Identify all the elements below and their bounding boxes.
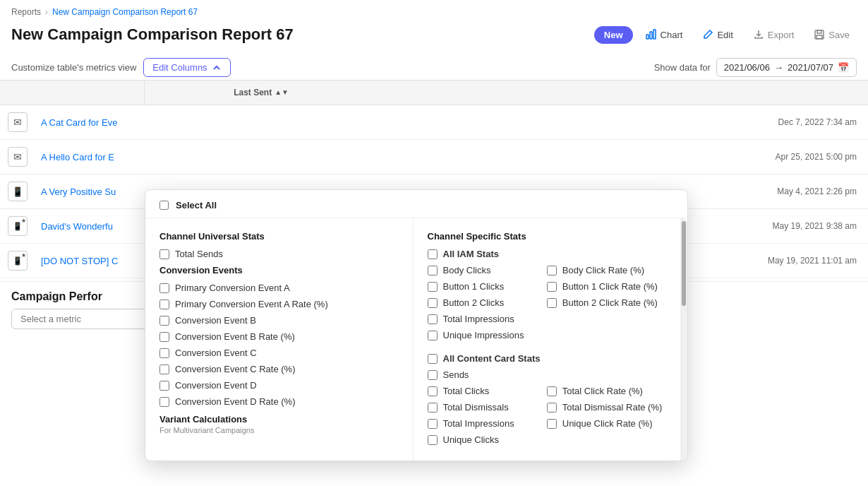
body-clicks-label: Body Clicks — [443, 265, 491, 275]
page-header: New Campaign Comparison Report 67 New Ch… — [0, 21, 868, 52]
body-click-rate-label: Body Click Rate (%) — [562, 265, 644, 275]
select-all-checkbox[interactable] — [159, 201, 169, 210]
total-impressions-iam-checkbox[interactable] — [428, 314, 438, 324]
breadcrumb-parent[interactable]: Reports — [11, 7, 41, 17]
table-row: ✉ A Hello Card for E Apr 25, 2021 5:00 p… — [0, 140, 868, 174]
btn2-click-rate-label: Button 2 Click Rate (%) — [562, 297, 658, 308]
conv-d-checkbox[interactable] — [159, 381, 169, 391]
table-area: Last Sent ▲▼ ✉ A Cat Card for Eve Dec 7,… — [0, 80, 868, 338]
sort-icon[interactable]: ▲▼ — [275, 89, 289, 96]
phone-star-icon: 📱★ — [8, 216, 28, 236]
content-card-right-col: Total Click Rate (%) Total Dismissal Rat… — [547, 386, 666, 451]
conv-d-rate-label: Conversion Event D Rate (%) — [175, 396, 296, 407]
channel-universal-stats-title: Channel Universal Stats — [159, 231, 399, 242]
primary-conv-a-rate-row: Primary Conversion Event A Rate (%) — [159, 299, 399, 309]
chevron-up-icon — [212, 63, 222, 73]
unique-click-rate-row: Unique Click Rate (%) — [547, 418, 666, 429]
primary-conv-a-row: Primary Conversion Event A — [159, 283, 399, 293]
btn2-click-rate-row: Button 2 Click Rate (%) — [547, 297, 666, 308]
unique-clicks-checkbox[interactable] — [428, 435, 438, 445]
btn1-click-rate-checkbox[interactable] — [547, 282, 557, 292]
all-iam-stats-checkbox[interactable] — [428, 249, 438, 259]
btn2-click-rate-checkbox[interactable] — [547, 298, 557, 308]
email-icon: ✉ — [8, 112, 28, 132]
conv-d-rate-checkbox[interactable] — [159, 397, 169, 407]
conv-b-row: Conversion Event B — [159, 315, 399, 326]
primary-conv-a-rate-checkbox[interactable] — [159, 300, 169, 309]
conv-c-rate-checkbox[interactable] — [159, 364, 169, 374]
total-impressions-cc-checkbox[interactable] — [428, 419, 438, 429]
dropdown-right-column: Channel Specific Stats All IAM Stats Bod… — [414, 218, 681, 461]
save-label: Save — [828, 30, 850, 40]
body-clicks-checkbox[interactable] — [428, 266, 438, 275]
dropdown-scrollbar[interactable] — [680, 218, 687, 461]
channel-specific-stats-title: Channel Specific Stats — [428, 231, 667, 242]
conv-b-rate-row: Conversion Event B Rate (%) — [159, 331, 399, 342]
edit-columns-label: Edit Columns — [152, 62, 207, 73]
conv-b-rate-checkbox[interactable] — [159, 332, 169, 342]
export-label: Export — [768, 30, 795, 40]
row-icon-cell: 📱 — [0, 174, 35, 208]
row-icon-cell: ✉ — [0, 140, 35, 174]
total-click-rate-checkbox[interactable] — [547, 386, 557, 396]
new-button[interactable]: New — [594, 26, 633, 44]
btn1-clicks-checkbox[interactable] — [428, 282, 438, 292]
total-dismissals-row: Total Dismissals — [428, 402, 547, 413]
btn2-clicks-checkbox[interactable] — [428, 298, 438, 308]
show-data-row: Show data for 2021/06/06 → 2021/07/07 📅 — [654, 58, 857, 77]
scrollbar-thumb[interactable] — [682, 221, 686, 306]
row-icon-cell: ✉ — [0, 105, 35, 139]
body-click-rate-checkbox[interactable] — [547, 266, 557, 275]
chart-label: Chart — [661, 30, 683, 40]
total-dismissal-rate-checkbox[interactable] — [547, 403, 557, 413]
row-date-cell: May 19, 2021 11:01 am — [713, 249, 868, 273]
page-title: New Campaign Comparison Report 67 — [11, 25, 294, 44]
export-button[interactable]: Export — [746, 25, 802, 44]
total-clicks-checkbox[interactable] — [428, 386, 438, 396]
svg-rect-5 — [816, 35, 822, 39]
all-content-card-label: All Content Card Stats — [443, 353, 541, 364]
breadcrumb-current: New Campaign Comparison Report 67 — [52, 7, 198, 17]
all-iam-stats-row: All IAM Stats — [428, 249, 667, 259]
unique-clicks-row: Unique Clicks — [428, 434, 547, 445]
save-icon — [814, 29, 825, 40]
sends-label: Sends — [443, 369, 469, 380]
btn1-clicks-row: Button 1 Clicks — [428, 281, 547, 292]
chart-button[interactable]: Chart — [639, 25, 690, 44]
total-dismissal-rate-label: Total Dismissal Rate (%) — [562, 402, 663, 413]
total-clicks-row: Total Clicks — [428, 386, 547, 396]
metric-select-input[interactable] — [11, 309, 152, 329]
row-date-cell: May 19, 2021 9:38 am — [713, 214, 868, 238]
customize-label: Customize table's metrics view — [11, 62, 136, 73]
primary-conv-a-rate-label: Primary Conversion Event A Rate (%) — [175, 299, 328, 309]
conv-b-rate-label: Conversion Event B Rate (%) — [175, 331, 295, 342]
row-name-cell[interactable]: A Hello Card for E — [35, 145, 713, 170]
row-name-cell[interactable]: A Cat Card for Eve — [35, 110, 713, 135]
conv-b-label: Conversion Event B — [175, 315, 256, 326]
row-date-cell: Apr 25, 2021 5:00 pm — [713, 145, 868, 169]
conv-d-rate-row: Conversion Event D Rate (%) — [159, 396, 399, 407]
select-all-label: Select All — [176, 200, 217, 211]
save-button[interactable]: Save — [807, 25, 857, 44]
row-icon-cell: 📱★ — [0, 209, 35, 243]
edit-columns-button[interactable]: Edit Columns — [143, 58, 230, 77]
all-iam-stats-label: All IAM Stats — [443, 249, 499, 259]
unique-impressions-checkbox[interactable] — [428, 331, 438, 340]
conv-d-label: Conversion Event D — [175, 380, 257, 391]
iam-right-col: Body Click Rate (%) Button 1 Click Rate … — [547, 265, 666, 346]
primary-conv-a-checkbox[interactable] — [159, 283, 169, 293]
total-dismissals-checkbox[interactable] — [428, 403, 438, 413]
sends-checkbox[interactable] — [428, 370, 438, 380]
content-card-stats-columns: Total Clicks Total Dismissals Total Impr… — [428, 386, 667, 451]
conv-c-checkbox[interactable] — [159, 348, 169, 358]
total-dismissals-label: Total Dismissals — [443, 402, 509, 413]
edit-button[interactable]: Edit — [695, 25, 740, 44]
all-content-card-checkbox[interactable] — [428, 354, 438, 364]
conv-b-checkbox[interactable] — [159, 316, 169, 326]
total-sends-checkbox[interactable] — [159, 249, 169, 259]
date-range[interactable]: 2021/06/06 → 2021/07/07 📅 — [716, 58, 857, 77]
calendar-icon: 📅 — [838, 62, 849, 73]
phone-star-icon: 📱★ — [8, 251, 28, 271]
svg-rect-0 — [646, 35, 649, 39]
unique-click-rate-checkbox[interactable] — [547, 419, 557, 429]
